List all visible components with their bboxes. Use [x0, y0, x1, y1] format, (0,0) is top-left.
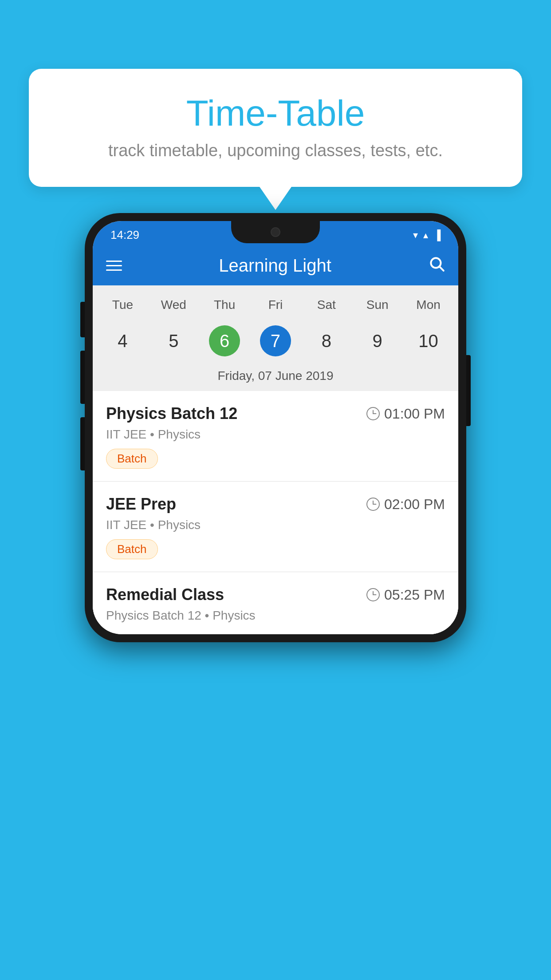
- clock-icon-3: [366, 588, 380, 601]
- batch-badge-2: Batch: [106, 539, 158, 559]
- day-label-wed: Wed: [148, 294, 199, 316]
- schedule-time-3: 05:25 PM: [366, 587, 445, 603]
- phone-button-power: [466, 355, 471, 426]
- time-text-2: 02:00 PM: [384, 496, 445, 513]
- bubble-title: Time-Table: [51, 93, 500, 133]
- schedule-title-2: JEE Prep: [106, 495, 176, 514]
- phone-shell: 14:29 ▾ ▴ ▐ Learning Light: [85, 213, 466, 642]
- schedule-meta-3: Physics Batch 12 • Physics: [106, 609, 445, 623]
- day-label-sun: Sun: [352, 294, 403, 316]
- schedule-time-2: 02:00 PM: [366, 496, 445, 513]
- date-10: 10: [413, 325, 444, 356]
- phone-mockup: 14:29 ▾ ▴ ▐ Learning Light: [85, 213, 466, 642]
- phone-button-volume-indicator: [80, 302, 85, 337]
- svg-line-1: [440, 267, 444, 271]
- speech-bubble: Time-Table track timetable, upcoming cla…: [29, 69, 522, 187]
- date-cell-7[interactable]: 7: [250, 321, 301, 361]
- clock-icon-2: [366, 498, 380, 511]
- day-label-thu: Thu: [199, 294, 250, 316]
- date-6-today: 6: [209, 325, 240, 356]
- wifi-icon: ▾: [413, 229, 418, 241]
- date-8: 8: [311, 325, 342, 356]
- date-cell-8[interactable]: 8: [301, 321, 352, 361]
- date-7-selected: 7: [260, 325, 291, 356]
- status-time: 14:29: [110, 228, 139, 242]
- schedule-item-physics-batch-12[interactable]: Physics Batch 12 01:00 PM IIT JEE • Phys…: [93, 391, 458, 482]
- date-9: 9: [362, 325, 393, 356]
- schedule-item-header-2: JEE Prep 02:00 PM: [106, 495, 445, 514]
- schedule-item-header-1: Physics Batch 12 01:00 PM: [106, 404, 445, 423]
- selected-date-label: Friday, 07 June 2019: [93, 364, 458, 391]
- schedule-time-1: 01:00 PM: [366, 406, 445, 422]
- speech-bubble-container: Time-Table track timetable, upcoming cla…: [29, 69, 522, 187]
- day-label-fri: Fri: [250, 294, 301, 316]
- schedule-meta-2: IIT JEE • Physics: [106, 518, 445, 532]
- clock-icon-1: [366, 407, 380, 420]
- bubble-subtitle: track timetable, upcoming classes, tests…: [51, 141, 500, 160]
- calendar-dates-row: 4 5 6 7 8 9: [93, 321, 458, 361]
- batch-badge-1: Batch: [106, 449, 158, 469]
- phone-camera: [271, 227, 280, 237]
- schedule-item-jee-prep[interactable]: JEE Prep 02:00 PM IIT JEE • Physics Batc…: [93, 482, 458, 572]
- phone-screen: 14:29 ▾ ▴ ▐ Learning Light: [93, 221, 458, 634]
- schedule-list: Physics Batch 12 01:00 PM IIT JEE • Phys…: [93, 391, 458, 634]
- schedule-meta-1: IIT JEE • Physics: [106, 427, 445, 442]
- date-cell-6[interactable]: 6: [199, 321, 250, 361]
- calendar-section: Tue Wed Thu Fri Sat Sun Mon 4 5: [93, 285, 458, 391]
- date-cell-5[interactable]: 5: [148, 321, 199, 361]
- battery-icon: ▐: [433, 229, 441, 241]
- phone-button-volume-up: [80, 351, 85, 404]
- schedule-item-header-3: Remedial Class 05:25 PM: [106, 585, 445, 604]
- calendar-days-row: Tue Wed Thu Fri Sat Sun Mon: [93, 294, 458, 316]
- schedule-title-1: Physics Batch 12: [106, 404, 237, 423]
- date-5: 5: [158, 325, 189, 356]
- date-cell-9[interactable]: 9: [352, 321, 403, 361]
- day-label-sat: Sat: [301, 294, 352, 316]
- schedule-item-remedial[interactable]: Remedial Class 05:25 PM Physics Batch 12…: [93, 572, 458, 634]
- phone-button-volume-down: [80, 417, 85, 470]
- date-cell-4[interactable]: 4: [97, 321, 148, 361]
- day-label-mon: Mon: [403, 294, 454, 316]
- status-icons: ▾ ▴ ▐: [413, 229, 441, 241]
- hamburger-menu-button[interactable]: [106, 261, 122, 271]
- date-cell-10[interactable]: 10: [403, 321, 454, 361]
- time-text-3: 05:25 PM: [384, 587, 445, 603]
- app-title: Learning Light: [135, 256, 415, 276]
- hamburger-line-2: [106, 265, 122, 266]
- schedule-title-3: Remedial Class: [106, 585, 224, 604]
- app-bar: Learning Light: [93, 245, 458, 285]
- hamburger-line-3: [106, 269, 122, 271]
- signal-icon: ▴: [423, 229, 428, 241]
- search-button[interactable]: [428, 255, 445, 276]
- date-4: 4: [107, 325, 138, 356]
- phone-notch: [231, 221, 320, 243]
- hamburger-line-1: [106, 261, 122, 262]
- day-label-tue: Tue: [97, 294, 148, 316]
- time-text-1: 01:00 PM: [384, 406, 445, 422]
